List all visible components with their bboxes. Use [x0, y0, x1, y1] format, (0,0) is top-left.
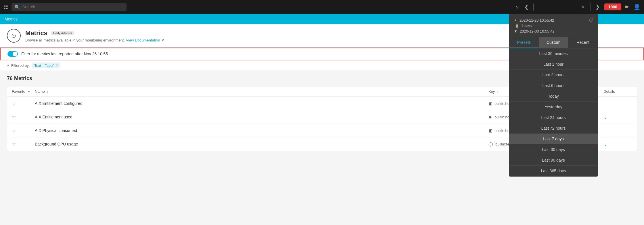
- sort-favorite-icon: ▼: [28, 90, 30, 93]
- count-badge[interactable]: 1000: [604, 3, 621, 10]
- row-favorite: ☆: [12, 127, 35, 134]
- key-type-icon: ▣: [488, 128, 492, 133]
- row-name: AIX Entitlement used: [35, 115, 488, 119]
- page-title: Metrics Early Adopter: [25, 29, 164, 37]
- preset-item[interactable]: Last 30 minutes: [509, 48, 598, 59]
- page-icon: ⏲: [7, 29, 21, 43]
- search-icon: 🔍: [14, 4, 20, 10]
- td-end-icon: ▼: [514, 29, 518, 33]
- filter-bar-label: Filtered by:: [11, 63, 30, 68]
- td-start-date: 2020-11-26 10:55:42: [520, 18, 554, 22]
- td-header: ▲ 2020-11-26 10:55:42 ⓘ ⏳ 7 days ▼ 2020-…: [509, 14, 598, 37]
- key-type-icon: ◯: [488, 142, 493, 146]
- sort-key-icon: ↕: [497, 90, 499, 93]
- preset-item[interactable]: Today: [509, 91, 598, 102]
- col-name[interactable]: Name ↕: [35, 89, 488, 94]
- doc-link[interactable]: View Documentation: [126, 38, 160, 42]
- row-details: ⌄: [603, 114, 632, 120]
- preset-item[interactable]: Last 90 days: [509, 155, 598, 166]
- page-subtitle: Browse all metrics available in your mon…: [25, 38, 164, 42]
- star-icon[interactable]: ☆: [12, 128, 16, 133]
- preset-item[interactable]: Last 72 hours: [509, 123, 598, 134]
- early-adopter-badge: Early Adopter: [51, 31, 74, 35]
- tab-presets[interactable]: Presets: [509, 37, 539, 48]
- row-favorite: ☆: [12, 100, 35, 107]
- time-dropdown: ▲ 2020-11-26 10:55:42 ⓘ ⏳ 7 days ▼ 2020-…: [509, 14, 598, 177]
- td-help-icon[interactable]: ⓘ: [589, 18, 593, 23]
- star-icon[interactable]: ☆: [12, 101, 16, 106]
- row-favorite: ☆: [12, 114, 35, 120]
- td-start-icon: ▲: [514, 18, 517, 22]
- row-name: AIX Entitlement configured: [35, 101, 488, 106]
- filter-icon[interactable]: ▿: [515, 4, 520, 10]
- clear-time-button[interactable]: ✕: [581, 4, 584, 10]
- preset-item-active[interactable]: Last 7 days: [509, 134, 598, 144]
- td-days-row: ⏳ 7 days: [514, 24, 593, 28]
- time-range-container: -7d to now ✕: [533, 3, 591, 11]
- key-type-icon: ▣: [488, 115, 492, 119]
- preset-item[interactable]: Last 24 hours: [509, 112, 598, 123]
- key-type-icon: ▣: [488, 101, 492, 106]
- search-input[interactable]: [22, 5, 124, 9]
- details-chevron[interactable]: ⌄: [603, 142, 607, 147]
- sort-name-icon: ↕: [47, 90, 48, 93]
- td-presets-list: Last 30 minutes Last 1 hour Last 2 hours…: [509, 48, 598, 176]
- filter-toggle-switch[interactable]: [7, 51, 18, 57]
- star-icon[interactable]: ☆: [12, 114, 16, 120]
- preset-item[interactable]: Last 365 days: [509, 166, 598, 176]
- td-start-date-row: ▲ 2020-11-26 10:55:42 ⓘ: [514, 18, 593, 23]
- preset-item[interactable]: Last 1 hour: [509, 59, 598, 70]
- row-favorite: ☆: [12, 141, 35, 147]
- star-icon[interactable]: ☆: [12, 141, 16, 147]
- row-name: AIX Physical consumed: [35, 128, 488, 133]
- time-range-input[interactable]: -7d to now: [536, 5, 579, 9]
- filter-toggle-label: Filter for metrics last reported after N…: [21, 52, 108, 56]
- td-end-date: 2020-12-03 10:55:42: [520, 29, 555, 33]
- user-icon[interactable]: 👤: [633, 3, 641, 10]
- details-chevron[interactable]: ⌄: [603, 115, 607, 120]
- grid-icon[interactable]: ☷: [3, 4, 8, 10]
- preset-item[interactable]: Last 30 days: [509, 144, 598, 155]
- td-duration: 7 days: [522, 24, 532, 28]
- title-area: Metrics Early Adopter Browse all metrics…: [25, 29, 164, 42]
- preset-item[interactable]: Yesterday: [509, 102, 598, 112]
- filter-chip-close[interactable]: ×: [56, 63, 58, 68]
- prev-arrow[interactable]: ❮: [523, 4, 530, 10]
- chat-icon[interactable]: ☛: [625, 3, 630, 10]
- filter-bar-icon: ▿: [7, 63, 9, 68]
- col-favorite[interactable]: Favorite ▼: [12, 89, 35, 94]
- preset-item[interactable]: Last 6 hours: [509, 80, 598, 91]
- filter-chip-text: Text – "cpu": [34, 63, 54, 68]
- col-details: Details: [603, 89, 632, 94]
- td-tabs: Presets Custom Recent: [509, 37, 598, 48]
- next-arrow[interactable]: ❯: [594, 4, 601, 10]
- search-box: 🔍: [12, 3, 126, 11]
- sub-header-label: Metrics: [5, 17, 18, 21]
- td-end-date-row: ▼ 2020-12-03 10:55:42: [514, 29, 593, 33]
- row-details: ⌄: [603, 141, 632, 147]
- row-name: Background CPU usage: [35, 142, 488, 146]
- filter-chip: Text – "cpu" ×: [32, 63, 60, 68]
- preset-item[interactable]: Last 2 hours: [509, 70, 598, 80]
- td-clock-icon: ⏳: [515, 24, 519, 28]
- top-nav: ☷ 🔍 ▿ ❮ -7d to now ✕ ❯ 1000 ☛ 👤: [0, 0, 644, 14]
- tab-custom[interactable]: Custom: [539, 37, 568, 48]
- tab-recent[interactable]: Recent: [568, 37, 598, 48]
